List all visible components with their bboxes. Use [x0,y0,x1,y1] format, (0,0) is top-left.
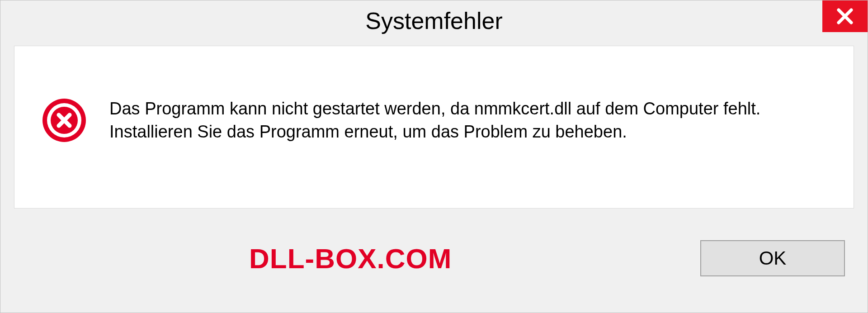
error-icon [42,98,87,143]
error-dialog: Systemfehler Das Programm kann nicht ges… [0,0,868,313]
title-bar: Systemfehler [0,0,868,41]
ok-button[interactable]: OK [700,240,845,276]
content-area: Das Programm kann nicht gestartet werden… [14,46,854,209]
close-icon [835,7,854,26]
dialog-title: Systemfehler [365,7,502,34]
watermark-text: DLL-BOX.COM [249,242,452,275]
dialog-footer: DLL-BOX.COM OK [0,218,868,299]
close-button[interactable] [822,0,868,32]
error-message: Das Programm kann nicht gestartet werden… [109,97,831,144]
